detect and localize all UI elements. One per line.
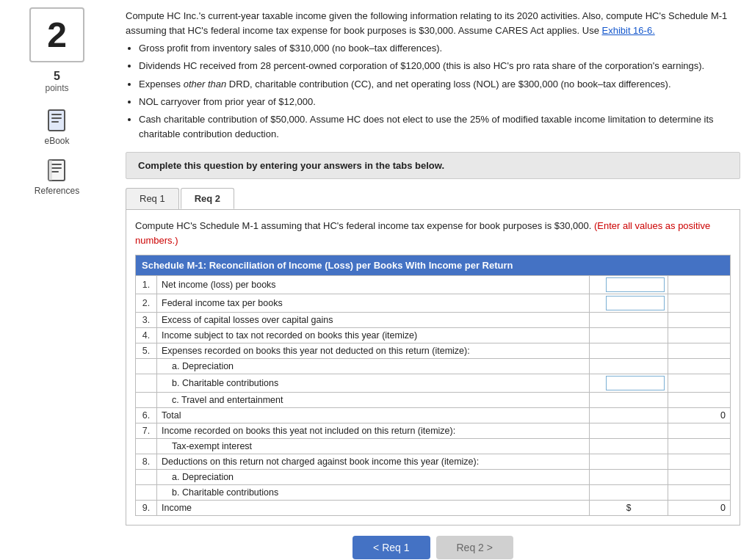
dollar-cell-9: $ <box>590 501 668 516</box>
page-container: 2 5 points eBook <box>0 0 752 560</box>
input-cell-8b <box>590 485 668 501</box>
svg-rect-6 <box>51 167 62 169</box>
bullet-list: Gross profit from inventory sales of $31… <box>139 41 740 142</box>
references-item[interactable]: References <box>35 158 79 196</box>
row-num-5: 5. <box>136 343 157 359</box>
table-row: b. Charitable contributions <box>136 374 731 393</box>
svg-rect-5 <box>51 164 62 165</box>
tabs-container: Req 1 Req 2 <box>126 188 740 209</box>
bullet-2: Dividends HC received from 28 percent-ow… <box>139 59 740 73</box>
value-cell-5c <box>668 393 731 408</box>
value-cell-5b <box>668 374 731 393</box>
value-cell-7 <box>668 423 731 439</box>
row-label-6: Total <box>157 408 590 423</box>
table-row: b. Charitable contributions <box>136 485 731 501</box>
table-row-total-6: 6. Total 0 <box>136 408 731 423</box>
input-cell-5b[interactable] <box>590 374 668 393</box>
bottom-nav: < Req 1 Req 2 > <box>126 536 740 559</box>
row-label-8a: a. Depreciation <box>157 470 590 485</box>
question-number-box: 2 <box>29 7 84 62</box>
row-label-9: Income <box>157 501 590 516</box>
input-1[interactable] <box>606 277 665 292</box>
main-content: Compute HC Inc.'s current-year taxable i… <box>114 0 752 560</box>
row-num-6: 6. <box>136 408 157 423</box>
nav-btn-req1[interactable]: < Req 1 <box>352 536 430 559</box>
table-row: c. Travel and entertainment <box>136 393 731 408</box>
bullet-3: Expenses other than DRD, charitable cont… <box>139 77 740 92</box>
value-cell-8a <box>668 470 731 485</box>
input-cell-5 <box>590 343 668 359</box>
svg-rect-2 <box>51 117 62 119</box>
input-cell-7 <box>590 423 668 439</box>
bullet-5: Cash charitable contribution of $50,000.… <box>139 112 740 142</box>
svg-rect-1 <box>51 114 62 115</box>
value-cell-5a <box>668 359 731 374</box>
row-label-8: Deductions on this return not charged ag… <box>157 454 590 470</box>
row-num-4: 4. <box>136 328 157 343</box>
ebook-item[interactable]: eBook <box>44 108 69 146</box>
row-num-1: 1. <box>136 276 157 294</box>
table-header-row: Schedule M-1: Reconciliation of Income (… <box>136 255 731 276</box>
sidebar: 2 5 points eBook <box>0 0 114 560</box>
tab-content-req2: Compute HC's Schedule M-1 assuming that … <box>126 209 740 526</box>
input-cell-5c <box>590 393 668 408</box>
input-5b[interactable] <box>606 376 665 390</box>
req2-instruction-text: Compute HC's Schedule M-1 assuming that … <box>135 220 591 231</box>
table-row: 7. Income recorded on books this yeat no… <box>136 423 731 439</box>
table-row: a. Depreciation <box>136 359 731 374</box>
value-cell-4 <box>668 328 731 343</box>
row-label-7sub: Tax-exempt interest <box>157 439 590 454</box>
row-label-3: Excess of capital losses over capital ga… <box>157 313 590 328</box>
value-cell-1 <box>668 276 731 294</box>
svg-rect-7 <box>51 171 59 172</box>
row-num-8: 8. <box>136 454 157 470</box>
table-row: 1. Net income (loss) per books <box>136 276 731 294</box>
points-value: 5 <box>45 70 68 83</box>
row-label-5a: a. Depreciation <box>157 359 590 374</box>
svg-rect-0 <box>48 110 65 131</box>
ebook-label: eBook <box>44 136 69 146</box>
row-label-8b: b. Charitable contributions <box>157 485 590 501</box>
row-label-5: Expenses recorded on books this year not… <box>157 343 590 359</box>
input-cell-5a <box>590 359 668 374</box>
table-row: a. Depreciation <box>136 470 731 485</box>
references-icon <box>46 158 69 184</box>
row-num-7: 7. <box>136 423 157 439</box>
value-cell-5 <box>668 343 731 359</box>
row-num-2: 2. <box>136 294 157 313</box>
question-text: Compute HC Inc.'s current-year taxable i… <box>126 9 740 142</box>
question-intro: Compute HC Inc.'s current-year taxable i… <box>126 9 740 38</box>
tab-req2[interactable]: Req 2 <box>181 188 234 209</box>
row-label-7: Income recorded on books this yeat not i… <box>157 423 590 439</box>
input-cell-4 <box>590 328 668 343</box>
row-num-7sub <box>136 439 157 454</box>
input-cell-7sub <box>590 439 668 454</box>
value-cell-9: 0 <box>668 501 731 516</box>
nav-btn-req2[interactable]: Req 2 > <box>436 536 513 559</box>
input-2[interactable] <box>606 296 665 310</box>
row-num-8b <box>136 485 157 501</box>
value-cell-7sub <box>668 439 731 454</box>
input-cell-6 <box>590 408 668 423</box>
tab-req1[interactable]: Req 1 <box>126 188 179 209</box>
value-cell-6: 0 <box>668 408 731 423</box>
value-cell-2 <box>668 294 731 313</box>
table-title: Schedule M-1: Reconciliation of Income (… <box>136 255 731 276</box>
bullet-1: Gross profit from inventory sales of $31… <box>139 41 740 56</box>
req2-instruction: Compute HC's Schedule M-1 assuming that … <box>135 219 731 247</box>
row-label-5b: b. Charitable contributions <box>157 374 590 393</box>
input-cell-3 <box>590 313 668 328</box>
instruction-bar: Complete this question by entering your … <box>126 152 740 179</box>
schedule-table: Schedule M-1: Reconciliation of Income (… <box>135 255 731 516</box>
table-row: 4. Income subject to tax not recorded on… <box>136 328 731 343</box>
references-label: References <box>35 186 79 196</box>
row-label-2: Federal income tax per books <box>157 294 590 313</box>
input-cell-1[interactable] <box>590 276 668 294</box>
table-row: 2. Federal income tax per books <box>136 294 731 313</box>
value-cell-8b <box>668 485 731 501</box>
input-cell-2[interactable] <box>590 294 668 313</box>
row-num-5b <box>136 374 157 393</box>
row-num-5c <box>136 393 157 408</box>
row-label-1: Net income (loss) per books <box>157 276 590 294</box>
exhibit-link[interactable]: Exhibit 16-6. <box>601 25 654 36</box>
